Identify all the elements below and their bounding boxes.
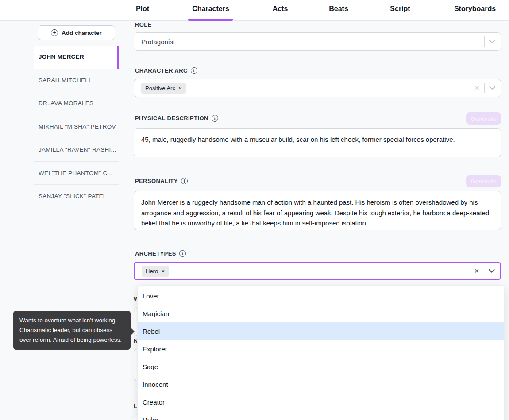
selected-tag: Positive Arc ✕ — [141, 83, 186, 94]
character-list-item[interactable]: WEI "THE PHANTOM" C... — [34, 162, 119, 185]
archetypes-select[interactable]: Hero ✕ ✕ — [134, 262, 501, 280]
character-list-item[interactable]: SANJAY "SLICK" PATEL — [34, 185, 119, 208]
add-character-label: Add character — [62, 30, 102, 36]
control-divider — [484, 83, 485, 93]
role-value: Protagonist — [141, 38, 175, 46]
top-tab-bar: Plot Characters Acts Beats Script Storyb… — [0, 0, 509, 21]
dropdown-option[interactable]: Lover — [138, 287, 504, 305]
character-name: DR. AVA MORALES — [39, 100, 93, 107]
option-label: Ruler — [143, 416, 158, 420]
option-label: Rebel — [143, 328, 160, 335]
character-arc-label-text: CHARACTER ARC — [135, 67, 188, 74]
character-list-item[interactable]: MIKHAIL "MISHA" PETROV — [34, 115, 119, 139]
tooltip-text: Wants to overturn what isn’t working. Ch… — [19, 317, 122, 343]
character-name: MIKHAIL "MISHA" PETROV — [39, 123, 116, 130]
character-list-item[interactable]: JAMILLA "RAVEN" RASHI... — [34, 138, 119, 162]
tab-script[interactable]: Script — [390, 5, 410, 13]
clear-icon[interactable]: ✕ — [474, 267, 479, 275]
physical-description-input[interactable]: 45, male, ruggedly handsome with a muscu… — [134, 128, 501, 157]
dropdown-option[interactable]: Sage — [138, 358, 504, 375]
generate-personality-button[interactable]: Generate — [466, 175, 501, 187]
character-arc-select[interactable]: Positive Arc ✕ ✕ — [134, 79, 501, 97]
personality-label-text: PERSONALITY — [135, 178, 178, 184]
role-label: ROLE — [135, 21, 152, 28]
character-arc-label: CHARACTER ARC i — [135, 67, 197, 74]
character-name: JAMILLA "RAVEN" RASHI... — [39, 146, 116, 153]
dropdown-option[interactable]: Ruler — [138, 411, 504, 420]
dropdown-option-highlighted[interactable]: Rebel — [138, 322, 504, 340]
control-divider — [484, 36, 485, 47]
selected-tag: Hero ✕ — [142, 266, 169, 277]
character-name: SARAH MITCHELL — [39, 77, 92, 84]
personality-input[interactable]: John Mercer is a ruggedly handsome man o… — [134, 191, 501, 230]
control-divider — [484, 266, 484, 276]
generate-physical-description-button[interactable]: Generate — [466, 112, 501, 125]
tab-storyboards[interactable]: Storyboards — [454, 5, 496, 13]
clear-icon[interactable]: ✕ — [474, 84, 480, 92]
chevron-down-icon[interactable] — [489, 86, 495, 90]
physical-description-label: PHYSICAL DESCRIPTION i — [135, 115, 218, 122]
option-label: Magician — [143, 310, 169, 317]
tooltip-arrow — [130, 327, 135, 336]
option-label: Innocent — [143, 381, 168, 388]
physical-description-label-text: PHYSICAL DESCRIPTION — [135, 115, 208, 122]
personality-label: PERSONALITY i — [135, 178, 188, 184]
option-label: Lover — [143, 292, 159, 300]
archetypes-label: ARCHETYPES i — [135, 250, 186, 257]
info-icon[interactable]: i — [191, 67, 197, 74]
dropdown-option[interactable]: Magician — [138, 305, 504, 322]
option-label: Explorer — [143, 345, 167, 353]
add-character-button[interactable]: + Add character — [38, 25, 115, 40]
option-label: Sage — [143, 363, 158, 370]
chevron-down-icon[interactable] — [489, 40, 495, 44]
info-icon[interactable]: i — [181, 178, 188, 184]
plus-circle-icon: + — [51, 29, 58, 36]
role-label-text: ROLE — [135, 21, 152, 28]
archetypes-dropdown: Lover Magician Rebel Explorer Sage Innoc… — [137, 285, 505, 420]
remove-tag-icon[interactable]: ✕ — [178, 86, 182, 91]
tag-label: Hero — [146, 268, 158, 275]
dropdown-option[interactable]: Creator — [138, 393, 504, 411]
tab-acts[interactable]: Acts — [273, 5, 288, 13]
tab-plot[interactable]: Plot — [136, 5, 149, 13]
character-list-item[interactable]: SARAH MITCHELL — [34, 69, 119, 92]
archetypes-label-text: ARCHETYPES — [135, 250, 176, 257]
tag-label: Positive Arc — [145, 85, 175, 92]
character-name: SANJAY "SLICK" PATEL — [39, 193, 107, 199]
info-icon[interactable]: i — [212, 115, 218, 122]
tab-beats[interactable]: Beats — [329, 5, 348, 13]
active-tab-indicator — [188, 19, 233, 21]
role-select[interactable]: Protagonist — [134, 32, 501, 51]
personality-text: John Mercer is a ruggedly handsome man o… — [141, 199, 489, 227]
chevron-down-icon[interactable] — [489, 269, 495, 273]
info-icon[interactable]: i — [179, 250, 186, 257]
physical-description-text: 45, male, ruggedly handsome with a muscu… — [141, 136, 455, 143]
remove-tag-icon[interactable]: ✕ — [161, 269, 165, 274]
character-name: WEI "THE PHANTOM" C... — [39, 170, 113, 176]
character-list-item[interactable]: DR. AVA MORALES — [34, 92, 119, 115]
dropdown-option[interactable]: Innocent — [138, 375, 504, 393]
option-label: Creator — [143, 398, 165, 406]
character-list-item[interactable]: JOHN MERCER — [34, 46, 119, 69]
partially-hidden-field-label: L — [134, 403, 137, 409]
character-name: JOHN MERCER — [39, 53, 84, 60]
tab-characters[interactable]: Characters — [192, 5, 229, 13]
dropdown-option[interactable]: Explorer — [138, 340, 504, 358]
character-list: JOHN MERCER SARAH MITCHELL DR. AVA MORAL… — [34, 46, 119, 208]
archetype-tooltip: Wants to overturn what isn’t working. Ch… — [13, 311, 131, 350]
